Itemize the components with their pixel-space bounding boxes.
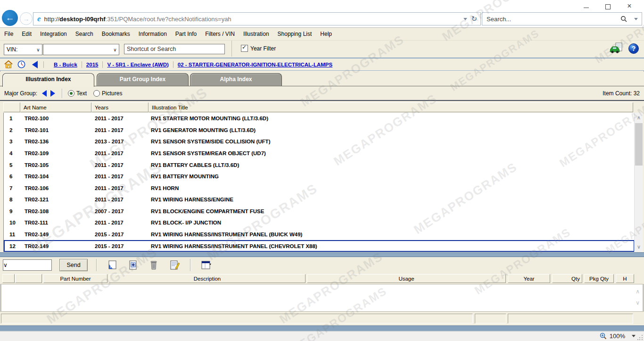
- menu-item-file[interactable]: File: [0, 28, 17, 40]
- menu-item-filters-vin[interactable]: Filters / VIN: [201, 28, 239, 40]
- menu-item-shopping-list[interactable]: Shopping List: [273, 28, 316, 40]
- table-row[interactable]: 3 TR02-136 2013 - 2017 RV1 SENSOR SYSTEM…: [4, 136, 635, 148]
- zoom-control[interactable]: 100%: [600, 333, 636, 340]
- column-header-rownum[interactable]: [3, 102, 20, 112]
- address-dropdown-icon[interactable]: [463, 18, 467, 20]
- status-panel: [508, 314, 633, 324]
- next-group-icon[interactable]: [50, 90, 55, 97]
- help-icon[interactable]: ?: [628, 43, 639, 54]
- table-row[interactable]: 11 TR02-149 2015 - 2017 RV1 WIRING HARNE…: [4, 229, 635, 241]
- scroll-down-icon[interactable]: ∨: [635, 244, 643, 250]
- column-header-usage[interactable]: Usage: [307, 274, 506, 283]
- breadcrumb-group-link[interactable]: 02 - STARTER-GENERATOR-IGNITION-ELECTRIC…: [178, 62, 332, 67]
- table-row[interactable]: 7 TR02-106 2011 - 2017 RV1 HORN: [4, 182, 635, 194]
- table-row[interactable]: 5 TR02-105 2011 - 2017 RV1 BATTERY CABLE…: [4, 159, 635, 171]
- search-placeholder: Search...: [482, 16, 620, 23]
- menu-item-edit[interactable]: Edit: [17, 28, 36, 40]
- menu-item-illustration[interactable]: Illustration: [239, 28, 273, 40]
- parts-grid-header: Part NumberDescriptionUsageYearQtyPkg Qt…: [0, 273, 644, 284]
- breadcrumb: B - Buick 2015 V - 5R1 - Enclave (AWD) 0…: [54, 61, 332, 68]
- tab-illustration-index[interactable]: Illustration Index: [2, 73, 94, 87]
- column-header-h[interactable]: H: [616, 274, 634, 283]
- vertical-scrollbar[interactable]: ∧ ∨: [634, 113, 643, 252]
- home-icon[interactable]: [4, 60, 13, 68]
- search-dropdown-icon[interactable]: [634, 18, 638, 20]
- table-row[interactable]: 4 TR02-109 2011 - 2017 RV1 SENSOR SYSTEM…: [4, 148, 635, 159]
- delete-button[interactable]: [148, 259, 160, 271]
- table-row[interactable]: 2 TR02-101 2011 - 2017 RV1 GENERATOR MOU…: [4, 125, 635, 136]
- send-target-select[interactable]: ∨: [3, 259, 52, 271]
- vin-select[interactable]: VIN: ∨: [4, 44, 42, 55]
- table-row[interactable]: 1 TR02-100 2011 - 2017 RV1 STARTER MOTOR…: [4, 113, 635, 125]
- restore-button[interactable]: [597, 1, 619, 11]
- parts-grid-body: ∧ ∨: [1, 284, 643, 312]
- browser-search-box[interactable]: Search...: [482, 12, 642, 25]
- scrollbar-thumb[interactable]: [635, 123, 643, 166]
- table-row[interactable]: 10 TR02-111 2011 - 2017 RV1 BLOCK- I/P J…: [4, 217, 635, 229]
- radio-pictures[interactable]: Pictures: [93, 90, 122, 97]
- search-icon[interactable]: [620, 16, 627, 23]
- divider: [231, 41, 232, 57]
- address-bar[interactable]: e http://desktop-l09qrhf:351/PQMace/root…: [33, 12, 481, 25]
- table-row[interactable]: 8 TR02-121 2011 - 2017 RV1 WIRING HARNES…: [4, 194, 635, 206]
- close-button[interactable]: ×: [619, 1, 640, 11]
- browser-status-bar: 100%: [0, 331, 644, 341]
- splitter-bar[interactable]: [0, 252, 644, 257]
- menu-item-information[interactable]: Information: [134, 28, 171, 40]
- tab-alpha-index[interactable]: Alpha Index: [190, 73, 282, 86]
- column-header-pkg-qty[interactable]: Pkg Qty: [584, 274, 614, 283]
- chevron-down-icon: ∨: [3, 262, 8, 268]
- checkbox-checked-icon: ✓: [241, 45, 248, 52]
- illustration-rows: 1 TR02-100 2011 - 2017 RV1 STARTER MOTOR…: [3, 113, 635, 252]
- minimize-button[interactable]: [575, 1, 597, 11]
- breadcrumb-model-link[interactable]: V - 5R1 - Enclave (AWD): [107, 62, 168, 67]
- major-group-label: Major Group:: [4, 90, 37, 97]
- shortcut-search-input[interactable]: [124, 44, 225, 54]
- close-icon: ×: [627, 2, 631, 10]
- resize-grip[interactable]: [637, 334, 643, 340]
- browser-back-button[interactable]: ←: [2, 10, 18, 26]
- year-filter-checkbox[interactable]: ✓ Year Filter: [241, 45, 276, 52]
- breadcrumb-year-link[interactable]: 2015: [86, 62, 99, 67]
- vin-value-select[interactable]: ∨: [43, 44, 119, 55]
- tab-strip: Illustration Index Part Group Index Alph…: [0, 72, 644, 86]
- vehicle-document-icon[interactable]: [610, 42, 624, 55]
- scroll-down-icon[interactable]: ∨: [636, 299, 640, 306]
- column-header-year[interactable]: Year: [508, 274, 550, 283]
- column-header-empty[interactable]: [15, 274, 42, 283]
- column-header-empty[interactable]: [2, 274, 15, 283]
- open-in-new-window-button[interactable]: [106, 259, 118, 271]
- breadcrumb-bar: B - Buick 2015 V - 5R1 - Enclave (AWD) 0…: [0, 58, 644, 71]
- column-header-qty[interactable]: Qty: [552, 274, 582, 283]
- refresh-icon[interactable]: ↻: [471, 15, 477, 23]
- table-row[interactable]: 9 TR02-108 2007 - 2017 RV1 BLOCK/ENGINE …: [4, 206, 635, 217]
- history-clock-icon[interactable]: [17, 60, 25, 68]
- menu-item-integration[interactable]: Integration: [36, 28, 71, 40]
- add-note-button[interactable]: [127, 259, 139, 271]
- zoom-dropdown-icon: [632, 335, 636, 337]
- column-header-part-number[interactable]: Part Number: [43, 274, 107, 283]
- radio-text[interactable]: Text: [68, 90, 87, 97]
- tab-part-group-index[interactable]: Part Group Index: [97, 73, 189, 86]
- column-header-years[interactable]: Years: [91, 102, 149, 112]
- send-button[interactable]: Send: [59, 259, 88, 271]
- previous-group-icon[interactable]: [42, 90, 47, 97]
- column-header-art-name[interactable]: Art Name: [20, 102, 91, 112]
- table-row[interactable]: 12 TR02-149 2015 - 2017 RV1 WIRING HARNE…: [4, 240, 635, 252]
- table-row[interactable]: 6 TR02-104 2011 - 2017 RV1 BATTERY MOUNT…: [4, 171, 635, 183]
- menu-item-bookmarks[interactable]: Bookmarks: [98, 28, 134, 40]
- column-header-illustration-title[interactable]: Illustration Title: [149, 102, 633, 112]
- breadcrumb-make-link[interactable]: B - Buick: [54, 62, 77, 67]
- scroll-up-icon[interactable]: ∧: [636, 288, 640, 295]
- menu-item-help[interactable]: Help: [316, 28, 336, 40]
- scroll-up-icon[interactable]: ∧: [635, 115, 643, 121]
- menu-item-part-info[interactable]: Part Info: [171, 28, 201, 40]
- edit-note-button[interactable]: [168, 259, 181, 271]
- status-panel: [1, 314, 473, 324]
- navigate-back-icon[interactable]: [32, 61, 38, 68]
- forward-arrow-icon: →: [23, 15, 30, 23]
- column-header-description[interactable]: Description: [109, 274, 305, 283]
- browser-forward-button[interactable]: →: [20, 12, 33, 25]
- menu-item-search[interactable]: Search: [71, 28, 98, 40]
- column-filter-button[interactable]: [200, 259, 212, 271]
